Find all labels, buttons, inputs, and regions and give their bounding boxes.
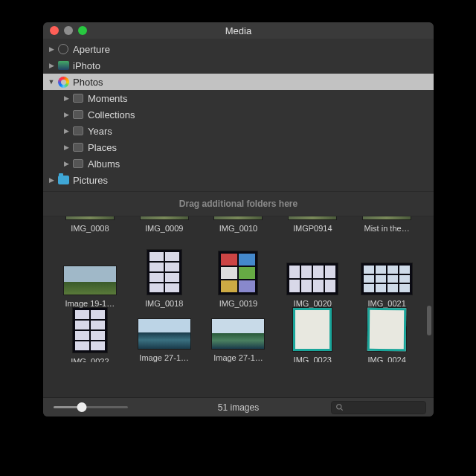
thumbnail-image: [359, 308, 414, 351]
thumbnail-cell[interactable]: IMG_0018: [131, 233, 198, 308]
thumbnail-size-slider[interactable]: [54, 406, 128, 408]
thumbnail-cell[interactable]: IMG_0008: [57, 216, 123, 233]
tree-item-label: Photos: [73, 77, 103, 88]
search-input[interactable]: [331, 401, 426, 414]
slider-knob[interactable]: [77, 402, 87, 412]
tree-item-label: Aperture: [73, 44, 110, 55]
titlebar[interactable]: Media: [43, 22, 434, 39]
disclosure-icon[interactable]: ▶: [62, 111, 70, 118]
thumbnail-cell[interactable]: Mist in the…: [353, 216, 420, 233]
tree-item[interactable]: ▶Pictures: [43, 172, 434, 188]
thumbnail-grid: IMG_0008IMG_0009IMG_0010IMGP0914Mist in …: [43, 216, 434, 362]
thumbnail-label: IMGP0914: [293, 224, 332, 233]
thumbnail-label: IMG_0019: [219, 299, 257, 308]
thumbnail-image: [137, 216, 192, 219]
thumbnail-label: Mist in the…: [364, 224, 410, 233]
tree-item-label: Moments: [88, 93, 127, 104]
close-icon[interactable]: [50, 26, 59, 35]
folder-icon: [72, 92, 84, 104]
media-window: Media ▶Aperture▶iPhoto▼Photos▶Moments▶Co…: [43, 22, 434, 416]
thumbnail-image: [137, 250, 192, 295]
disclosure-icon[interactable]: ▶: [48, 45, 55, 53]
aperture-icon: [57, 43, 69, 55]
thumbnail-image: [62, 216, 118, 219]
footer-bar: 51 images: [43, 397, 434, 416]
thumbnail-label: IMG_0009: [145, 224, 183, 233]
thumbnail-cell[interactable]: IMG_0021: [353, 233, 420, 308]
window-title: Media: [43, 25, 434, 36]
thumbnail-label: IMG_0023: [294, 356, 332, 362]
thumbnail-label: IMG_0008: [71, 224, 109, 233]
thumbnail-image: [210, 319, 266, 349]
thumbnail-image: [210, 251, 266, 295]
thumbnail-image: [285, 308, 340, 351]
tree-item[interactable]: ▶Places: [43, 139, 434, 155]
thumbnail-cell[interactable]: IMGP0914: [279, 216, 346, 233]
tree-item-label: iPhoto: [73, 60, 100, 71]
thumbnail-label: IMG_0021: [367, 299, 405, 308]
thumbnail-image: [62, 266, 118, 295]
thumbnail-cell[interactable]: Image 19-1…: [57, 233, 123, 308]
tree-item[interactable]: ▶Collections: [43, 106, 434, 123]
thumbnail-cell[interactable]: Image 27-1…: [205, 308, 272, 362]
photos-icon: [57, 76, 69, 88]
drop-target[interactable]: Drag additional folders here: [43, 191, 434, 216]
thumbnail-cell[interactable]: Image 27-1…: [131, 308, 198, 362]
thumbnail-cell[interactable]: IMG_0020: [279, 233, 346, 308]
thumbnail-image: [137, 319, 192, 349]
tree-item[interactable]: ▼Photos: [43, 74, 434, 90]
disclosure-icon[interactable]: ▶: [62, 144, 70, 151]
minimize-icon[interactable]: [64, 26, 73, 35]
disclosure-icon[interactable]: ▶: [62, 127, 70, 135]
tree-item[interactable]: ▶Moments: [43, 90, 434, 106]
thumbnail-label: IMG_0010: [219, 224, 257, 233]
thumbnail-label: IMG_0020: [294, 299, 332, 308]
thumbnail-image: [62, 308, 118, 353]
thumbnail-cell[interactable]: IMG_0009: [131, 216, 198, 233]
disclosure-icon[interactable]: ▶: [48, 62, 55, 69]
thumbnail-label: IMG_0024: [367, 356, 405, 362]
tree-item-label: Places: [88, 142, 117, 153]
thumbnail-cell[interactable]: IMG_0024: [353, 308, 420, 362]
iphoto-icon: [57, 60, 69, 71]
thumbnail-cell[interactable]: IMG_0023: [279, 308, 346, 362]
disclosure-icon[interactable]: ▶: [62, 94, 70, 102]
thumbnail-cell[interactable]: IMG_0022: [57, 308, 123, 362]
thumbnail-image: [210, 216, 266, 219]
folder-icon: [72, 125, 84, 137]
folder-icon: [72, 141, 84, 153]
zoom-icon[interactable]: [78, 26, 87, 35]
thumbnail-grid-area: IMG_0008IMG_0009IMG_0010IMGP0914Mist in …: [43, 216, 434, 397]
thumbnail-label: Image 27-1…: [213, 353, 263, 362]
thumbnail-label: Image 27-1…: [139, 353, 189, 362]
disclosure-icon[interactable]: ▶: [48, 176, 55, 184]
thumbnail-label: IMG_0018: [145, 299, 183, 308]
thumbnail-label: IMG_0022: [71, 357, 109, 362]
folder-icon: [72, 158, 84, 170]
tree-item-label: Collections: [88, 109, 135, 120]
traffic-lights: [43, 26, 87, 35]
thumbnail-image: [285, 263, 340, 295]
folder-icon: [57, 174, 69, 186]
thumbnail-cell[interactable]: IMG_0019: [205, 233, 272, 308]
tree-item-label: Albums: [88, 158, 120, 170]
thumbnail-cell[interactable]: IMG_0010: [205, 216, 272, 233]
tree-item[interactable]: ▶iPhoto: [43, 57, 434, 74]
tree-item[interactable]: ▶Years: [43, 123, 434, 139]
source-tree: ▶Aperture▶iPhoto▼Photos▶Moments▶Collecti…: [43, 39, 434, 191]
disclosure-icon[interactable]: ▶: [62, 160, 70, 167]
thumbnail-image: [285, 216, 340, 219]
tree-item[interactable]: ▶Aperture: [43, 41, 434, 57]
search-icon: [335, 403, 344, 411]
folder-icon: [72, 109, 84, 120]
disclosure-icon[interactable]: ▼: [48, 78, 55, 86]
thumbnail-label: Image 19-1…: [65, 299, 115, 308]
thumbnail-image: [359, 263, 414, 295]
svg-line-1: [341, 409, 343, 411]
scrollbar-thumb[interactable]: [427, 306, 431, 335]
tree-item[interactable]: ▶Albums: [43, 155, 434, 172]
thumbnail-image: [359, 216, 414, 219]
tree-item-label: Pictures: [73, 175, 108, 186]
tree-item-label: Years: [88, 126, 112, 137]
svg-point-0: [337, 405, 341, 409]
